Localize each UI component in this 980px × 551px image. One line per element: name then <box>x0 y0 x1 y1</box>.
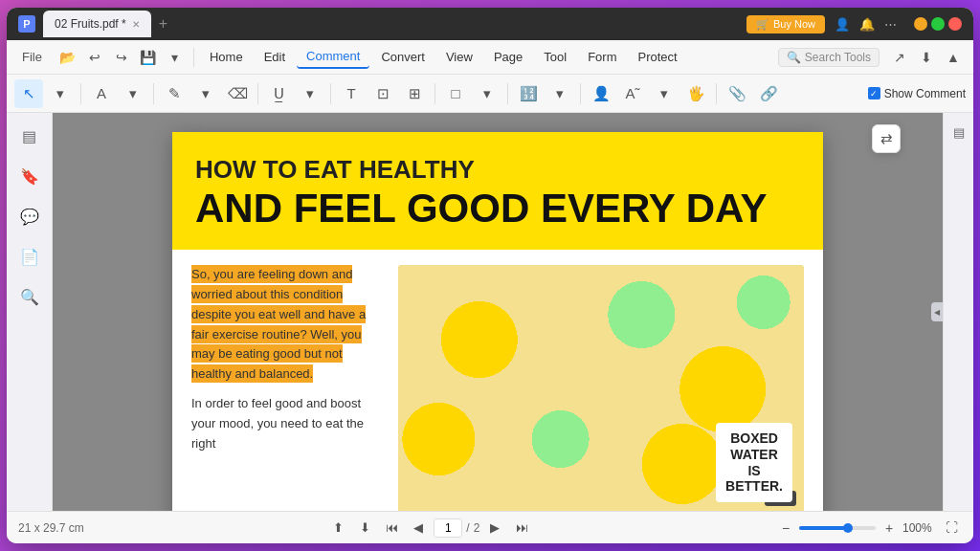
close-button[interactable] <box>948 17 962 31</box>
menu-home[interactable]: Home <box>200 46 253 68</box>
pen-tool-btn[interactable]: ✎ <box>160 79 189 108</box>
signature-btn[interactable]: A˜ <box>618 79 647 108</box>
zoom-slider-thumb[interactable] <box>843 523 853 533</box>
menu-file[interactable]: File <box>14 46 50 68</box>
search-tools[interactable]: 🔍 Search Tools <box>778 48 880 67</box>
nav-controls: ⬆ ⬇ ⏮ ◀ / 2 ▶ ⏭ <box>92 517 768 540</box>
zoom-slider[interactable] <box>799 526 876 530</box>
search-icon: 🔍 <box>787 51 801 64</box>
select-dropdown-btn[interactable]: ▾ <box>46 79 75 108</box>
quick-access-toolbar: 📂 ↩ ↪ 💾 ▾ <box>56 45 188 70</box>
signature-dropdown-btn[interactable]: ▾ <box>650 79 679 108</box>
nav-prev-btn[interactable]: ◀ <box>407 517 430 540</box>
pdf-heading-small: HOW TO EAT HEALTHY <box>195 155 800 185</box>
show-comment-toggle[interactable]: ✓ Show Comment <box>868 87 966 100</box>
menu-form[interactable]: Form <box>578 46 626 68</box>
page-input[interactable] <box>434 518 462 538</box>
water-label-line1: BOXED <box>725 430 783 447</box>
toolbar-sep-2 <box>153 83 154 104</box>
pen-dropdown-btn[interactable]: ▾ <box>191 79 220 108</box>
minimize-button[interactable] <box>914 17 927 31</box>
menu-comment[interactable]: Comment <box>297 45 369 69</box>
toolbar-sep-5 <box>434 83 435 104</box>
menu-protect[interactable]: Protect <box>628 46 686 68</box>
show-comment-checkbox[interactable]: ✓ <box>868 87 880 99</box>
tab-fruits-pdf[interactable]: 02 Fruits.pdf * ✕ <box>43 11 151 37</box>
text-btn[interactable]: T <box>337 79 366 108</box>
window-controls <box>914 17 962 31</box>
zoom-level: 100% <box>902 521 937 535</box>
page-separator: / <box>466 521 469 535</box>
notification-icon[interactable]: 🔔 <box>858 15 877 33</box>
right-sidebar: ▤ ◀ <box>943 113 973 511</box>
title-bar-icons: 👤 🔔 ⋯ <box>833 15 899 33</box>
pdf-content: So, you are feeling down and worried abo… <box>172 250 823 511</box>
sidebar-panel-btn[interactable]: ▤ <box>14 121 45 151</box>
eraser-tool-btn[interactable]: ⌫ <box>223 79 252 108</box>
right-expand-btn[interactable]: ◀ <box>931 302 943 321</box>
tab-close-icon[interactable]: ✕ <box>132 19 140 30</box>
menu-separator-1 <box>193 48 194 67</box>
open-icon[interactable]: 📂 <box>56 45 80 70</box>
collapse-icon[interactable]: ▲ <box>941 45 966 70</box>
nav-download-btn[interactable]: ⬇ <box>353 517 376 540</box>
nav-first-btn[interactable]: ⏮ <box>380 517 403 540</box>
bottom-bar: 21 x 29.7 cm ⬆ ⬇ ⏮ ◀ / 2 ▶ ⏭ − + 100% ⛶ <box>7 511 973 543</box>
buy-now-button[interactable]: 🛒 Buy Now <box>746 15 825 33</box>
attach-btn[interactable]: 📎 <box>723 79 751 108</box>
sidebar-bookmark-btn[interactable]: 🔖 <box>14 161 45 191</box>
sidebar-page-btn[interactable]: 📄 <box>14 241 45 272</box>
shape-dropdown-btn[interactable]: ▾ <box>473 79 501 108</box>
menu-convert[interactable]: Convert <box>371 46 434 68</box>
sidebar-search-btn[interactable]: 🔍 <box>14 281 45 312</box>
download-icon[interactable]: ⬇ <box>914 45 939 70</box>
stamp-btn2[interactable]: 🖐 <box>681 79 710 108</box>
toolbar-sep-4 <box>330 83 331 104</box>
add-text-btn[interactable]: 👤 <box>587 79 615 108</box>
title-bar: P 02 Fruits.pdf * ✕ + 🛒 Buy Now 👤 🔔 ⋯ <box>7 8 973 40</box>
pdf-text-column: So, you are feeling down and worried abo… <box>191 265 383 511</box>
more-options-icon[interactable]: ⋯ <box>882 15 899 33</box>
redo-icon[interactable]: ↪ <box>109 45 134 70</box>
textbox-btn[interactable]: ⊡ <box>368 79 397 108</box>
dropdown-arrow-icon[interactable]: ▾ <box>163 45 188 70</box>
right-panel-btn[interactable]: ▤ <box>947 121 970 143</box>
nav-last-btn[interactable]: ⏭ <box>510 517 533 540</box>
maximize-button[interactable] <box>931 17 945 31</box>
sidebar-comment-btn[interactable]: 💬 <box>14 201 45 231</box>
menu-tool[interactable]: Tool <box>534 46 576 68</box>
share-icon[interactable]: ↗ <box>887 45 912 70</box>
menu-bar: File 📂 ↩ ↪ 💾 ▾ Home Edit Comment Convert… <box>7 40 973 75</box>
stamp-btn[interactable]: 🔢 <box>514 79 543 108</box>
app-window: P 02 Fruits.pdf * ✕ + 🛒 Buy Now 👤 🔔 ⋯ <box>7 8 973 543</box>
nav-next-btn[interactable]: ▶ <box>483 517 506 540</box>
underline-dropdown-btn[interactable]: ▾ <box>296 79 324 108</box>
menu-edit[interactable]: Edit <box>255 46 295 68</box>
text-format-btn[interactable]: A <box>87 79 116 108</box>
link-btn[interactable]: 🔗 <box>754 79 783 108</box>
tab-add-button[interactable]: + <box>155 15 171 33</box>
undo-icon[interactable]: ↩ <box>82 45 107 70</box>
page-total: 2 <box>474 521 480 535</box>
water-label-line4: BETTER. <box>725 478 783 495</box>
zoom-out-btn[interactable]: − <box>776 518 795 538</box>
stamp-dropdown-btn[interactable]: ▾ <box>546 79 574 108</box>
text-format-dropdown-btn[interactable]: ▾ <box>119 79 147 108</box>
menu-page[interactable]: Page <box>484 46 532 68</box>
save-icon[interactable]: 💾 <box>136 45 161 70</box>
pdf-normal-paragraph: In order to feel good and boost your moo… <box>191 394 383 453</box>
cart-icon: 🛒 <box>756 18 769 31</box>
callout-btn[interactable]: ⊞ <box>400 79 429 108</box>
select-tool-btn[interactable]: ↖ <box>14 79 43 108</box>
underline-btn[interactable]: U̲ <box>264 79 293 108</box>
user-icon[interactable]: 👤 <box>833 15 852 33</box>
pdf-highlighted-paragraph: So, you are feeling down and worried abo… <box>191 265 366 383</box>
tab-label: 02 Fruits.pdf * <box>55 17 126 31</box>
shape-btn[interactable]: □ <box>441 79 470 108</box>
fullscreen-btn[interactable]: ⛶ <box>941 518 962 539</box>
pdf-action-btn[interactable]: ⇄ <box>872 124 901 153</box>
zoom-slider-fill <box>799 526 845 530</box>
zoom-in-btn[interactable]: + <box>880 518 899 538</box>
menu-view[interactable]: View <box>436 46 482 68</box>
nav-upload-btn[interactable]: ⬆ <box>326 517 349 540</box>
